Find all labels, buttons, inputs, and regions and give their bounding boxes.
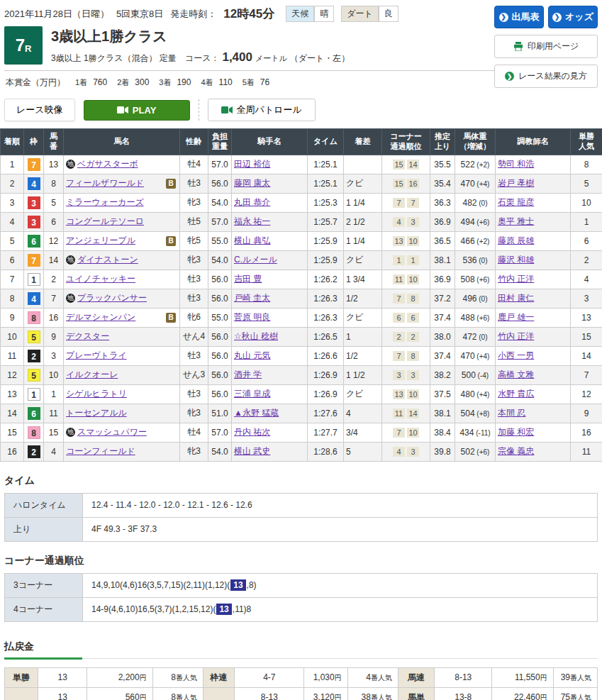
jockey-link[interactable]: 福永 祐一 [234, 216, 270, 226]
print-page-button[interactable]: 印刷用ページ [494, 35, 598, 58]
trainer-link[interactable]: 水野 貴広 [498, 389, 534, 399]
horse-name-cell: ブレーヴトライ [64, 346, 180, 365]
horse-weight-diff: (+4) [475, 391, 490, 399]
jockey-link[interactable]: 丹内 祐次 [234, 427, 270, 437]
corner-positions: 33 [384, 370, 428, 380]
finish-position: 9 [1, 308, 24, 327]
weather-value: 晴 [314, 6, 334, 22]
horse-name-link[interactable]: コーンフィールド [66, 445, 135, 457]
results-guide-button[interactable]: ❯ レース結果の見方 [494, 65, 598, 88]
jockey-link[interactable]: ☆秋山 稔樹 [234, 331, 278, 341]
horse-name-link[interactable]: フィールザワールド [66, 177, 144, 189]
jockey-link[interactable]: 三浦 皇成 [234, 389, 270, 399]
trainer-link[interactable]: 小西 一男 [498, 350, 534, 360]
horse-name-link[interactable]: デルマシャンパン [66, 311, 135, 323]
payout-amount: 560円 [87, 687, 152, 700]
trainer-link[interactable]: 藤沢 和雄 [498, 255, 534, 265]
jockey-link[interactable]: 藤岡 康太 [234, 178, 270, 188]
frame-cell: 7 [24, 250, 44, 270]
trainer-link[interactable]: 竹内 正洋 [498, 274, 534, 284]
sex-age: 牡3 [180, 289, 208, 308]
jockey-link[interactable]: 菅原 明良 [234, 312, 270, 322]
margin: 4 [344, 404, 382, 423]
horse-name-link[interactable]: ユイノチャッキー [66, 273, 135, 285]
jockey-link[interactable]: 横山 典弘 [234, 235, 270, 245]
halon-time-row: ハロンタイム 12.4 - 11.4 - 12.0 - 12.0 - 12.1 … [5, 493, 598, 517]
frame-cell: 3 [24, 193, 44, 212]
jockey-link[interactable]: 横山 武史 [234, 446, 270, 456]
trainer-cell: 鹿戸 雄一 [496, 308, 571, 327]
jockey-link[interactable]: C.ルメール [234, 255, 277, 265]
corner-position-value: 16 [407, 179, 419, 189]
jockey-link[interactable]: 田辺 裕信 [234, 159, 270, 169]
last-3f: 36.3 [430, 193, 455, 212]
odds-button[interactable]: ❯ オッズ [548, 6, 598, 28]
payout-popularity: 75番人気 [553, 687, 597, 700]
track-label: ダート [341, 6, 379, 22]
popularity-suffix: 番人気 [570, 674, 591, 682]
corner-position-value: 2 [393, 332, 405, 342]
horse-weight: 494 [461, 217, 475, 227]
carried-weight: 56.0 [208, 270, 232, 289]
horse-name-link[interactable]: ミラーウォーカーズ [66, 196, 144, 209]
result-row: 5612アンジェリーブルB牝555.0横山 典弘1:25.91 1/413103… [1, 231, 602, 250]
horse-weight-diff: (-11) [474, 429, 490, 437]
col-header-pos: 着順 [1, 129, 24, 155]
horse-name-cell: ミラーウォーカーズ [64, 193, 180, 212]
patrol-video-button[interactable]: 全周パトロール [208, 99, 316, 121]
local-horse-icon: 地 [66, 160, 75, 169]
jockey-link[interactable]: ▲永野 猛蔵 [234, 408, 279, 418]
video-divider [199, 99, 199, 121]
results-body: 1713地ベガサスターボ牡457.0田辺 裕信1:25.1151435.5522… [1, 155, 602, 461]
jockey-link[interactable]: 戸崎 圭太 [234, 293, 270, 303]
jockey-link[interactable]: 丸山 元気 [234, 350, 270, 360]
horse-name-wrap: ブレーヴトライ [66, 350, 177, 362]
trainer-link[interactable]: 岩戸 孝樹 [498, 178, 534, 188]
horse-name-link[interactable]: ベガサスターボ [77, 158, 138, 170]
finish-position: 3 [1, 193, 24, 212]
horse-name-link[interactable]: トーセンアルル [66, 407, 127, 419]
trainer-link[interactable]: 宗像 義忠 [498, 446, 534, 456]
col-header-margin: 着差 [344, 129, 382, 155]
horse-name-link[interactable]: イルクオーレ [66, 369, 118, 381]
win-favorite-rank: 1 [571, 212, 602, 231]
jockey-link[interactable]: 吉田 豊 [234, 274, 262, 284]
trainer-link[interactable]: 竹内 正洋 [498, 331, 534, 341]
payout-row: 複勝13560円8番人気ワイド8-133,120円38番人気馬単13-822,4… [5, 687, 598, 700]
yen-suffix: 円 [140, 674, 147, 682]
carried-weight: 56.0 [208, 346, 232, 365]
jockey-link[interactable]: 丸田 恭介 [234, 197, 270, 207]
horse-name-link[interactable]: コングールテソーロ [66, 216, 144, 228]
result-row: 1311シゲルヒラトリ牡356.0三浦 皇成1:26.9クビ131037.548… [1, 384, 602, 404]
race-video-button[interactable]: レース映像 [4, 99, 75, 121]
trainer-link[interactable]: 高橋 文雅 [498, 370, 534, 379]
horse-name-link[interactable]: デクスター [66, 330, 109, 343]
trainer-cell: 勢司 和浩 [496, 155, 571, 174]
trainer-link[interactable]: 加藤 和宏 [498, 427, 534, 437]
play-button[interactable]: PLAY [84, 100, 190, 121]
horse-name-link[interactable]: ブラックパンサー [77, 292, 147, 304]
entries-button[interactable]: ❯ 出馬表 [494, 6, 544, 28]
trainer-link[interactable]: 鹿戸 雄一 [498, 312, 534, 322]
horse-name-link[interactable]: アンジェリーブル [66, 235, 135, 247]
track-condition-value: 良 [379, 6, 398, 22]
payout-popularity: 4番人気 [347, 667, 398, 687]
jockey-link[interactable]: 酒井 学 [234, 370, 262, 379]
trainer-link[interactable]: 本間 忍 [498, 408, 525, 418]
horse-name-wrap: デルマシャンパンB [66, 311, 177, 323]
horse-number: 9 [44, 327, 64, 346]
trainer-link[interactable]: 石栗 龍彦 [498, 197, 534, 207]
trainer-link[interactable]: 藤原 辰雄 [498, 235, 534, 245]
trainer-link[interactable]: 奥平 雅士 [498, 216, 534, 226]
horse-number: 6 [44, 212, 64, 231]
horse-number: 11 [44, 404, 64, 423]
horse-name-link[interactable]: ブレーヴトライ [66, 350, 127, 362]
sex-age: せん4 [180, 327, 208, 346]
corner-order-label: 3コーナー [5, 573, 83, 597]
trainer-link[interactable]: 田村 康仁 [498, 293, 534, 303]
horse-name-link[interactable]: スマッシュパワー [77, 426, 147, 438]
horse-name-link[interactable]: シゲルヒラトリ [66, 388, 127, 400]
trainer-link[interactable]: 勢司 和浩 [498, 159, 534, 169]
horse-name-link[interactable]: ダイナストーン [77, 254, 138, 266]
arrow-circle-icon: ❯ [499, 13, 508, 22]
